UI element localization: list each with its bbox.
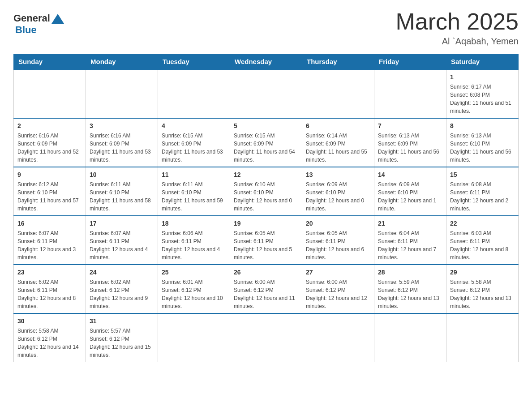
weekday-header-sunday: Sunday [14, 54, 86, 70]
day-info: Sunrise: 6:16 AM Sunset: 6:09 PM Dayligh… [90, 132, 154, 164]
day-number: 3 [90, 121, 154, 131]
calendar-cell [230, 69, 302, 118]
calendar-cell: 29Sunrise: 5:58 AM Sunset: 6:12 PM Dayli… [446, 265, 519, 313]
day-number: 15 [450, 170, 515, 180]
calendar-cell [158, 313, 230, 362]
day-number: 5 [234, 121, 298, 131]
day-info: Sunrise: 6:06 AM Sunset: 6:11 PM Dayligh… [162, 229, 226, 261]
calendar-cell: 13Sunrise: 6:09 AM Sunset: 6:10 PM Dayli… [302, 167, 374, 216]
calendar-cell [230, 313, 302, 362]
day-info: Sunrise: 6:05 AM Sunset: 6:11 PM Dayligh… [234, 229, 298, 261]
calendar-cell: 24Sunrise: 6:02 AM Sunset: 6:12 PM Dayli… [86, 265, 158, 313]
day-number: 26 [234, 268, 298, 277]
calendar-week-row: 30Sunrise: 5:58 AM Sunset: 6:12 PM Dayli… [14, 313, 519, 362]
calendar-cell: 11Sunrise: 6:11 AM Sunset: 6:10 PM Dayli… [158, 167, 230, 216]
day-info: Sunrise: 6:00 AM Sunset: 6:12 PM Dayligh… [234, 278, 298, 310]
weekday-header-monday: Monday [86, 54, 158, 70]
calendar-cell: 23Sunrise: 6:02 AM Sunset: 6:11 PM Dayli… [14, 265, 86, 313]
day-number: 18 [162, 219, 226, 228]
page-header: General Blue March 2025 Al `Aqabah, Yeme… [13, 9, 519, 47]
calendar-week-row: 1Sunrise: 6:17 AM Sunset: 6:08 PM Daylig… [14, 69, 519, 118]
day-info: Sunrise: 6:11 AM Sunset: 6:10 PM Dayligh… [90, 180, 154, 213]
day-number: 9 [17, 170, 82, 180]
calendar-cell: 20Sunrise: 6:05 AM Sunset: 6:11 PM Dayli… [302, 216, 374, 265]
calendar-week-row: 23Sunrise: 6:02 AM Sunset: 6:11 PM Dayli… [14, 265, 519, 313]
day-info: Sunrise: 5:59 AM Sunset: 6:12 PM Dayligh… [378, 278, 442, 310]
calendar-cell: 3Sunrise: 6:16 AM Sunset: 6:09 PM Daylig… [86, 118, 158, 167]
calendar-cell [86, 69, 158, 118]
day-info: Sunrise: 6:02 AM Sunset: 6:12 PM Dayligh… [90, 278, 154, 310]
calendar-cell: 14Sunrise: 6:09 AM Sunset: 6:10 PM Dayli… [374, 167, 446, 216]
calendar-cell [302, 69, 374, 118]
day-number: 24 [90, 268, 154, 277]
calendar-cell: 2Sunrise: 6:16 AM Sunset: 6:09 PM Daylig… [14, 118, 86, 167]
calendar-cell [374, 69, 446, 118]
day-info: Sunrise: 6:09 AM Sunset: 6:10 PM Dayligh… [378, 180, 442, 213]
day-number: 2 [17, 121, 82, 131]
calendar-week-row: 2Sunrise: 6:16 AM Sunset: 6:09 PM Daylig… [14, 118, 519, 167]
title-block: March 2025 Al `Aqabah, Yemen [395, 9, 519, 47]
calendar-cell: 22Sunrise: 6:03 AM Sunset: 6:11 PM Dayli… [446, 216, 519, 265]
day-number: 7 [378, 121, 442, 131]
calendar-cell: 21Sunrise: 6:04 AM Sunset: 6:11 PM Dayli… [374, 216, 446, 265]
day-info: Sunrise: 6:15 AM Sunset: 6:09 PM Dayligh… [162, 132, 226, 164]
day-number: 6 [306, 121, 370, 131]
weekday-header-thursday: Thursday [302, 54, 374, 70]
calendar-cell [158, 69, 230, 118]
day-number: 20 [306, 219, 370, 228]
day-info: Sunrise: 6:11 AM Sunset: 6:10 PM Dayligh… [162, 180, 226, 213]
calendar-cell: 10Sunrise: 6:11 AM Sunset: 6:10 PM Dayli… [86, 167, 158, 216]
day-info: Sunrise: 6:14 AM Sunset: 6:09 PM Dayligh… [306, 132, 370, 164]
day-number: 1 [450, 73, 515, 82]
day-info: Sunrise: 6:13 AM Sunset: 6:10 PM Dayligh… [450, 132, 515, 164]
day-info: Sunrise: 6:08 AM Sunset: 6:11 PM Dayligh… [450, 180, 515, 213]
weekday-header-wednesday: Wednesday [230, 54, 302, 70]
calendar-cell: 30Sunrise: 5:58 AM Sunset: 6:12 PM Dayli… [14, 313, 86, 362]
calendar-cell: 28Sunrise: 5:59 AM Sunset: 6:12 PM Dayli… [374, 265, 446, 313]
page-title: March 2025 [395, 9, 519, 34]
day-number: 29 [450, 268, 515, 277]
day-number: 11 [162, 170, 226, 180]
day-number: 16 [17, 219, 82, 228]
calendar-cell: 6Sunrise: 6:14 AM Sunset: 6:09 PM Daylig… [302, 118, 374, 167]
day-info: Sunrise: 6:15 AM Sunset: 6:09 PM Dayligh… [234, 132, 298, 164]
day-info: Sunrise: 5:58 AM Sunset: 6:12 PM Dayligh… [17, 327, 82, 359]
day-number: 14 [378, 170, 442, 180]
logo: General Blue [13, 13, 64, 36]
calendar-cell: 1Sunrise: 6:17 AM Sunset: 6:08 PM Daylig… [446, 69, 519, 118]
calendar-cell: 5Sunrise: 6:15 AM Sunset: 6:09 PM Daylig… [230, 118, 302, 167]
day-number: 28 [378, 268, 442, 277]
day-number: 8 [450, 121, 515, 131]
logo-triangle-icon [51, 14, 64, 24]
day-number: 25 [162, 268, 226, 277]
day-number: 23 [17, 268, 82, 277]
calendar-cell: 27Sunrise: 6:00 AM Sunset: 6:12 PM Dayli… [302, 265, 374, 313]
day-number: 30 [17, 317, 82, 326]
day-number: 27 [306, 268, 370, 277]
day-number: 31 [90, 317, 154, 326]
calendar-cell: 18Sunrise: 6:06 AM Sunset: 6:11 PM Dayli… [158, 216, 230, 265]
day-info: Sunrise: 6:12 AM Sunset: 6:10 PM Dayligh… [17, 180, 82, 213]
calendar-cell: 17Sunrise: 6:07 AM Sunset: 6:11 PM Dayli… [86, 216, 158, 265]
day-info: Sunrise: 6:03 AM Sunset: 6:11 PM Dayligh… [450, 229, 515, 261]
calendar-cell [14, 69, 86, 118]
calendar-week-row: 16Sunrise: 6:07 AM Sunset: 6:11 PM Dayli… [14, 216, 519, 265]
calendar-cell: 9Sunrise: 6:12 AM Sunset: 6:10 PM Daylig… [14, 167, 86, 216]
weekday-header-friday: Friday [374, 54, 446, 70]
day-number: 10 [90, 170, 154, 180]
day-info: Sunrise: 6:16 AM Sunset: 6:09 PM Dayligh… [17, 132, 82, 164]
calendar-cell: 12Sunrise: 6:10 AM Sunset: 6:10 PM Dayli… [230, 167, 302, 216]
day-info: Sunrise: 6:10 AM Sunset: 6:10 PM Dayligh… [234, 180, 298, 213]
day-number: 21 [378, 219, 442, 228]
calendar-table: SundayMondayTuesdayWednesdayThursdayFrid… [13, 54, 519, 362]
logo-blue-text: Blue [15, 24, 64, 36]
day-info: Sunrise: 6:17 AM Sunset: 6:08 PM Dayligh… [450, 83, 515, 115]
day-number: 17 [90, 219, 154, 228]
day-info: Sunrise: 6:02 AM Sunset: 6:11 PM Dayligh… [17, 278, 82, 310]
day-info: Sunrise: 5:58 AM Sunset: 6:12 PM Dayligh… [450, 278, 515, 310]
calendar-cell [374, 313, 446, 362]
calendar-cell: 16Sunrise: 6:07 AM Sunset: 6:11 PM Dayli… [14, 216, 86, 265]
calendar-cell: 31Sunrise: 5:57 AM Sunset: 6:12 PM Dayli… [86, 313, 158, 362]
calendar-cell: 19Sunrise: 6:05 AM Sunset: 6:11 PM Dayli… [230, 216, 302, 265]
calendar-cell: 8Sunrise: 6:13 AM Sunset: 6:10 PM Daylig… [446, 118, 519, 167]
